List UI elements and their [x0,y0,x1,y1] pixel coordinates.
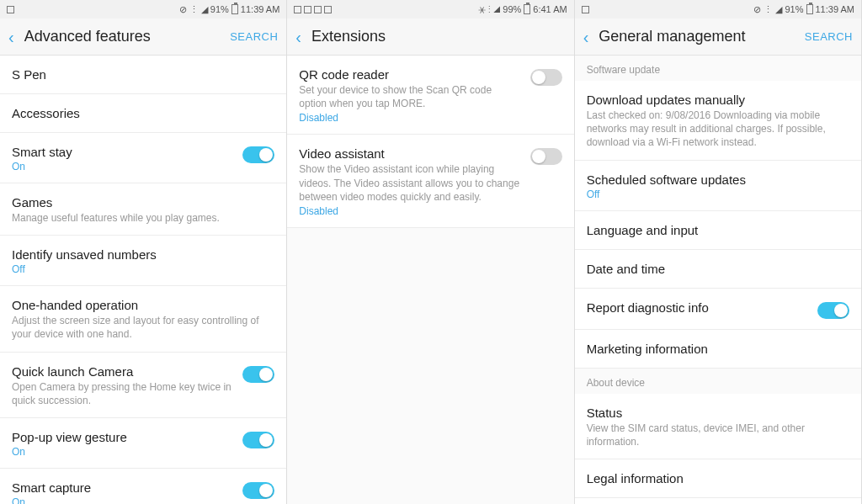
settings-row[interactable]: Language and input [575,211,861,250]
settings-row[interactable]: Legal information [575,459,861,498]
row-title: Video assistant [299,146,521,161]
row-description: Set your device to show the Scan QR code… [299,83,521,110]
page-title: Extensions [311,28,566,45]
toggle-switch[interactable] [242,146,274,163]
status-icons: ⚹ ⋮ ◢ [478,4,500,15]
settings-row[interactable]: Pop-up view gestureOn [0,418,286,469]
row-title: One-handed operation [12,298,274,312]
panel-advanced-features: ⊘ ⋮ ◢ 91% 11:39 AM ‹ Advanced features S… [0,0,287,504]
settings-row[interactable]: Identify unsaved numbersOff [0,236,286,286]
settings-list[interactable]: S PenAccessoriesSmart stayOnGamesManage … [0,56,286,504]
row-status: On [12,496,234,504]
row-title: Pop-up view gesture [12,430,234,444]
toggle-switch[interactable] [530,148,562,165]
search-action[interactable]: SEARCH [805,30,853,43]
row-status: Off [587,188,849,200]
status-bar: ⊘ ⋮ ◢ 91% 11:39 AM [575,0,861,19]
back-icon[interactable]: ‹ [295,29,301,45]
settings-row[interactable]: Report diagnostic info [575,289,861,330]
page-header: ‹ Advanced features SEARCH [0,19,286,56]
tablet-icon [582,6,589,13]
toggle-switch[interactable] [242,366,274,383]
row-description: Open Camera by pressing the Home key twi… [12,380,234,407]
status-icons: ⊘ ⋮ ◢ [753,4,782,15]
row-title: Download updates manually [587,93,849,107]
status-bar: ⊘ ⋮ ◢ 91% 11:39 AM [0,0,286,19]
clock: 11:39 AM [816,4,854,14]
settings-row[interactable]: StatusView the SIM card status, device I… [575,394,861,459]
battery-icon [524,4,530,14]
toggle-switch[interactable] [817,302,849,319]
clock: 6:41 AM [533,4,567,14]
battery-percent: 91% [785,4,803,14]
row-title: Marketing information [587,342,849,356]
row-title: Legal information [587,471,849,485]
settings-list[interactable]: Software updateDownload updates manually… [575,56,861,504]
row-title: Accessories [12,106,274,120]
settings-row[interactable]: Smart captureOn [0,469,286,504]
settings-row[interactable]: Download updates manuallyLast checked on… [575,81,861,161]
status-bar: ⚹ ⋮ ◢ 99% 6:41 AM [287,0,573,19]
row-title: S Pen [12,67,274,82]
toggle-switch[interactable] [242,432,274,448]
panel-extensions: ⚹ ⋮ ◢ 99% 6:41 AM ‹ Extensions QR code r… [287,0,574,504]
battery-percent: 99% [503,4,521,14]
row-title: Games [12,195,274,210]
clock: 11:39 AM [241,4,279,14]
row-title: QR code reader [299,67,521,82]
back-icon[interactable]: ‹ [8,29,14,45]
search-action[interactable]: SEARCH [230,30,278,43]
row-description: Manage useful features while you play ga… [12,211,274,225]
section-label: Software update [575,56,861,81]
row-status: On [12,161,234,172]
settings-row[interactable]: Quick launch CameraOpen Camera by pressi… [0,353,286,418]
tablet-icon [7,6,14,13]
row-description: Show the Video assistant icon while play… [299,162,521,204]
settings-row[interactable]: Scheduled software updatesOff [575,161,861,211]
row-status: Disabled [299,205,521,217]
download-icon [324,6,332,13]
row-status: On [12,446,234,458]
row-title: Identify unsaved numbers [12,247,274,262]
status-icons: ⊘ ⋮ ◢ [179,4,208,15]
row-title: Report diagnostic info [587,300,809,315]
settings-row[interactable]: Smart stayOn [0,133,286,183]
settings-row[interactable]: Video assistantShow the Video assistant … [287,135,573,228]
settings-row[interactable]: S Pen [0,56,286,94]
settings-list[interactable]: QR code readerSet your device to show th… [287,56,573,504]
grid-icon [294,6,301,13]
settings-row[interactable]: One-handed operationAdjust the screen si… [0,286,286,352]
row-title: Language and input [587,223,849,237]
panel-general-management: ⊘ ⋮ ◢ 91% 11:39 AM ‹ General management … [575,0,862,504]
settings-row[interactable]: Date and time [575,250,861,289]
settings-row[interactable]: GamesManage useful features while you pl… [0,183,286,236]
row-status: Off [12,263,274,275]
row-title: Scheduled software updates [587,172,849,187]
row-description: Last checked on: 9/08/2016 Downloading v… [587,109,849,150]
battery-icon [806,4,813,14]
page-title: Advanced features [24,28,220,45]
mail-icon [304,6,311,13]
toggle-switch[interactable] [242,482,274,499]
row-status: Disabled [299,112,521,124]
battery-percent: 91% [210,4,229,14]
settings-row[interactable]: QR code readerSet your device to show th… [287,56,573,135]
row-title: Quick launch Camera [12,364,234,379]
settings-row[interactable]: Marketing information [575,330,861,369]
battery-icon [231,4,238,14]
row-title: Smart capture [12,480,234,495]
page-title: General management [599,28,794,45]
page-header: ‹ General management SEARCH [575,19,861,56]
page-header: ‹ Extensions [287,19,573,56]
section-label: About device [575,369,861,394]
row-description: Adjust the screen size and layout for ea… [12,314,274,341]
back-icon[interactable]: ‹ [583,29,589,45]
toggle-switch[interactable] [530,69,562,86]
row-description: View the SIM card status, device IMEI, a… [587,422,849,448]
row-title: Smart stay [12,145,234,159]
settings-row[interactable]: Accessories [0,94,286,133]
settings-row[interactable]: Device nameSamsung Galaxy Note7 [575,498,861,504]
image-icon [314,6,322,13]
row-title: Date and time [587,262,849,276]
row-title: Status [587,406,849,420]
